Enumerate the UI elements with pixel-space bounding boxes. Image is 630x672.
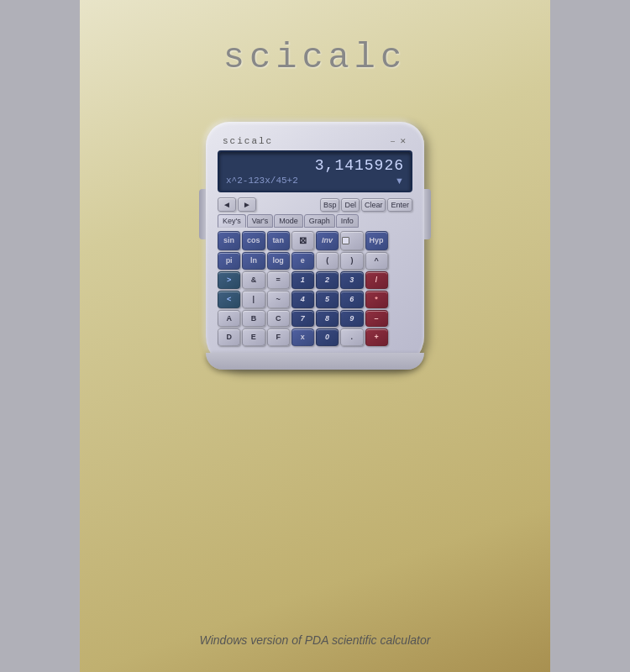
- spacer-6: [390, 328, 412, 346]
- display-expression: x^2-123x/45+2: [226, 176, 391, 186]
- title-bar: scicalc – ✕: [218, 134, 412, 150]
- rparen-button[interactable]: ): [340, 252, 363, 270]
- dot-button[interactable]: .: [340, 328, 363, 346]
- clear-button[interactable]: Clear: [361, 198, 386, 212]
- sub-button[interactable]: –: [365, 310, 388, 328]
- tab-vars[interactable]: Var's: [247, 214, 274, 228]
- minimize-button[interactable]: –: [390, 137, 396, 145]
- display-dropdown-arrow[interactable]: ▼: [395, 176, 404, 186]
- hyp-button[interactable]: Hyp: [365, 231, 388, 250]
- page-container: scicalc scicalc – ✕ 3,1415926 x^2-123x/4…: [0, 0, 630, 672]
- tab-keys[interactable]: Key's: [218, 214, 246, 228]
- calculator-device: scicalc – ✕ 3,1415926 x^2-123x/45+2 ▼ ◄ …: [206, 122, 424, 370]
- tab-info[interactable]: Info: [336, 214, 359, 228]
- back-arrow-button[interactable]: ◄: [218, 197, 236, 212]
- tab-row: Key's Var's Mode Graph Info: [218, 214, 412, 228]
- lt-button[interactable]: <: [218, 291, 240, 308]
- mul-button[interactable]: *: [365, 291, 388, 308]
- eq-button[interactable]: =: [267, 271, 290, 289]
- display-value: 3,1415926: [226, 157, 404, 174]
- 1-button[interactable]: 1: [291, 271, 314, 289]
- spacer-2: [390, 252, 412, 270]
- cos-button[interactable]: cos: [242, 231, 265, 250]
- tab-mode[interactable]: Mode: [274, 214, 303, 228]
- spacer-5: [390, 310, 412, 328]
- or-button[interactable]: |: [242, 291, 265, 308]
- device-bottom-handle: [206, 353, 424, 370]
- 3-button[interactable]: 3: [340, 271, 363, 289]
- e-button[interactable]: e: [291, 252, 314, 270]
- pi-button[interactable]: pi: [218, 252, 240, 270]
- 4-button[interactable]: 4: [291, 291, 314, 308]
- subtitle: Windows version of PDA scientific calcul…: [200, 633, 431, 647]
- 8-button[interactable]: 8: [316, 310, 339, 328]
- title-bar-buttons: – ✕: [390, 137, 407, 145]
- 5-button[interactable]: 5: [316, 291, 339, 308]
- times-button[interactable]: ⊠: [291, 231, 314, 250]
- calculator-screen: 3,1415926 x^2-123x/45+2 ▼: [218, 150, 412, 192]
- inv-button[interactable]: Inv: [316, 231, 339, 250]
- del-button[interactable]: Del: [341, 198, 360, 212]
- gt-button[interactable]: >: [218, 271, 240, 289]
- title-bar-label: scicalc: [223, 136, 273, 146]
- fwd-arrow-button[interactable]: ►: [238, 197, 256, 212]
- bg-left: [0, 0, 80, 672]
- c-button[interactable]: C: [267, 310, 290, 328]
- ln-button[interactable]: ln: [242, 252, 265, 270]
- spacer-3: [390, 271, 412, 289]
- power-button[interactable]: ^: [365, 252, 388, 270]
- spacer-4: [390, 291, 412, 308]
- control-row: ◄ ► Bsp Del Clear Enter: [218, 197, 412, 212]
- bsp-button[interactable]: Bsp: [320, 198, 340, 212]
- sin-button[interactable]: sin: [218, 231, 240, 250]
- and-button[interactable]: &: [242, 271, 265, 289]
- close-button[interactable]: ✕: [399, 137, 407, 145]
- hyp-checkbox[interactable]: [340, 231, 363, 250]
- f-button[interactable]: F: [267, 328, 290, 346]
- add-button[interactable]: +: [365, 328, 388, 346]
- div-button[interactable]: /: [365, 271, 388, 289]
- 0-button[interactable]: 0: [316, 328, 339, 346]
- enter-button[interactable]: Enter: [387, 198, 412, 212]
- display-expr-row: x^2-123x/45+2 ▼: [226, 176, 404, 186]
- e-key-button[interactable]: E: [242, 328, 265, 346]
- lparen-button[interactable]: (: [316, 252, 339, 270]
- d-button[interactable]: D: [218, 328, 240, 346]
- button-grid: sin cos tan ⊠ Inv Hyp pi ln log e ( ) ^ …: [218, 231, 412, 346]
- 2-button[interactable]: 2: [316, 271, 339, 289]
- x-button[interactable]: x: [291, 328, 314, 346]
- a-button[interactable]: A: [218, 310, 240, 328]
- tilde-button[interactable]: ~: [267, 291, 290, 308]
- tab-graph[interactable]: Graph: [304, 214, 335, 228]
- b-button[interactable]: B: [242, 310, 265, 328]
- 6-button[interactable]: 6: [340, 291, 363, 308]
- checkbox-box: [342, 237, 349, 244]
- log-button[interactable]: log: [267, 252, 290, 270]
- 9-button[interactable]: 9: [340, 310, 363, 328]
- 7-button[interactable]: 7: [291, 310, 314, 328]
- spacer-1: [390, 231, 412, 250]
- app-title: scicalc: [223, 38, 407, 78]
- bg-right: [550, 0, 630, 672]
- tan-button[interactable]: tan: [267, 231, 290, 250]
